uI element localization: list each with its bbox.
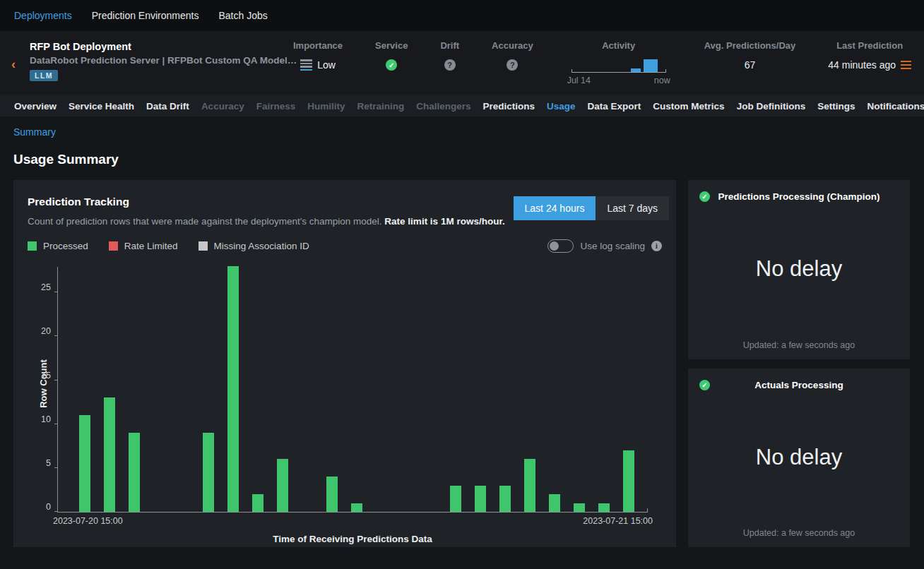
avg-predictions-value: 67 bbox=[745, 59, 756, 71]
chart-bar bbox=[623, 450, 634, 512]
time-range-buttons: Last 24 hoursLast 7 days bbox=[514, 196, 669, 220]
metric-service: Service ✓ bbox=[375, 40, 408, 84]
chart-bar bbox=[351, 503, 362, 512]
chart-plot-area: 2023-07-20 15:00 2023-07-21 15:00 051015… bbox=[57, 267, 648, 513]
legend-label: Rate Limited bbox=[124, 241, 178, 251]
chart-bar bbox=[129, 433, 140, 512]
tab-custom-metrics[interactable]: Custom Metrics bbox=[653, 101, 724, 112]
legend-swatch-icon bbox=[28, 241, 37, 251]
card-value: No delay bbox=[688, 445, 910, 470]
metric-activity: Activity Jul 14 now bbox=[566, 40, 672, 84]
metric-label: Drift bbox=[440, 40, 459, 52]
range-button-last-7-days[interactable]: Last 7 days bbox=[596, 196, 669, 220]
metric-label: Avg. Predictions/Day bbox=[704, 40, 796, 52]
chart-bar bbox=[277, 459, 288, 512]
metric-importance: Importance Low bbox=[293, 40, 343, 84]
page-title: Usage Summary bbox=[13, 152, 911, 167]
prediction-tracking-panel: Prediction Tracking Count of prediction … bbox=[13, 180, 676, 547]
chart-bar bbox=[549, 494, 560, 512]
activity-end-label: now bbox=[654, 76, 670, 85]
metric-label: Accuracy bbox=[492, 40, 533, 52]
log-scaling-control: Use log scaling i bbox=[547, 239, 662, 253]
chart-bar bbox=[450, 486, 461, 512]
metric-avg-predictions: Avg. Predictions/Day 67 bbox=[704, 40, 796, 84]
legend-item-processed: Processed bbox=[28, 241, 88, 251]
last-prediction-menu-icon[interactable] bbox=[901, 61, 911, 70]
accuracy-unknown-icon: ? bbox=[507, 59, 518, 71]
tab-data-export[interactable]: Data Export bbox=[588, 101, 641, 112]
x-axis-end-label: 2023-07-21 15:00 bbox=[583, 516, 653, 526]
info-icon[interactable]: i bbox=[651, 241, 662, 251]
chart-y-axis-title: Row Count bbox=[38, 359, 49, 408]
nav-item-prediction-environments[interactable]: Prediction Environments bbox=[92, 10, 199, 21]
tab-predictions[interactable]: Predictions bbox=[483, 101, 535, 112]
log-scaling-label: Use log scaling bbox=[580, 241, 645, 251]
back-chevron-icon[interactable]: ‹ bbox=[11, 58, 16, 71]
tab-usage[interactable]: Usage bbox=[547, 101, 576, 112]
tab-notifications[interactable]: Notifications bbox=[867, 101, 924, 112]
y-tick-mark bbox=[54, 467, 58, 468]
chart-bar bbox=[524, 459, 535, 512]
llm-badge: LLM bbox=[30, 70, 58, 81]
range-button-last-24-hours[interactable]: Last 24 hours bbox=[514, 196, 596, 220]
chart-bar bbox=[79, 415, 90, 512]
activity-sparkline: Jul 14 now bbox=[566, 54, 672, 84]
subtitle-text: Count of prediction rows that were made … bbox=[28, 216, 384, 227]
tab-fairness: Fairness bbox=[256, 101, 296, 112]
legend-swatch-icon bbox=[199, 241, 208, 251]
nav-item-deployments[interactable]: Deployments bbox=[14, 10, 72, 21]
breadcrumb-summary-link[interactable]: Summary bbox=[13, 116, 56, 138]
tab-job-definitions[interactable]: Job Definitions bbox=[737, 101, 806, 112]
status-cards-column: ✓ Predictions Processing (Champion) No d… bbox=[688, 180, 910, 547]
top-nav: DeploymentsPrediction EnvironmentsBatch … bbox=[0, 0, 924, 31]
tab-overview[interactable]: Overview bbox=[14, 101, 57, 112]
tab-settings[interactable]: Settings bbox=[817, 101, 855, 112]
y-tick-label: 10 bbox=[41, 414, 51, 424]
chart-bar bbox=[598, 503, 610, 512]
tab-service-health[interactable]: Service Health bbox=[69, 101, 134, 112]
importance-value: Low bbox=[317, 59, 336, 71]
legend-label: Missing Association ID bbox=[214, 241, 309, 251]
metric-last-prediction: Last Prediction 44 minutes ago bbox=[828, 40, 911, 84]
status-ok-icon: ✓ bbox=[699, 191, 710, 202]
nav-item-batch-jobs[interactable]: Batch Jobs bbox=[218, 10, 267, 21]
y-tick-label: 5 bbox=[46, 458, 51, 468]
tab-challengers: Challengers bbox=[416, 101, 470, 112]
metric-accuracy: Accuracy ? bbox=[492, 40, 533, 84]
chart-x-axis-title: Time of Receiving Predictions Data bbox=[57, 534, 648, 544]
tab-humility: Humility bbox=[307, 101, 345, 112]
y-tick-mark bbox=[54, 335, 58, 336]
card-updated-text: Updated: a few seconds ago bbox=[688, 528, 910, 538]
predictions-processing-card: ✓ Predictions Processing (Champion) No d… bbox=[688, 180, 910, 359]
y-tick-label: 0 bbox=[46, 502, 51, 512]
rate-limit-text: Rate limit is 1M rows/hour. bbox=[384, 216, 504, 227]
y-tick-label: 25 bbox=[41, 282, 51, 292]
legend-label: Processed bbox=[43, 241, 88, 251]
y-tick-mark bbox=[54, 380, 58, 381]
chart-bar bbox=[326, 477, 338, 512]
card-updated-text: Updated: a few seconds ago bbox=[688, 340, 910, 350]
service-ok-icon: ✓ bbox=[386, 59, 397, 71]
deployment-header: ‹ RFP Bot Deployment DataRobot Predictio… bbox=[0, 31, 924, 95]
legend-item-missing-association-id: Missing Association ID bbox=[199, 241, 309, 251]
chart-bar bbox=[499, 486, 511, 512]
log-scaling-toggle[interactable] bbox=[547, 239, 574, 253]
tab-data-drift[interactable]: Data Drift bbox=[146, 101, 189, 112]
last-prediction-value: 44 minutes ago bbox=[828, 59, 896, 71]
chart-bar bbox=[203, 433, 214, 512]
legend-swatch-icon bbox=[109, 241, 118, 251]
drift-unknown-icon: ? bbox=[444, 59, 456, 71]
y-tick-mark bbox=[54, 292, 58, 292]
importance-bars-icon bbox=[300, 59, 312, 71]
card-title: Actuals Processing bbox=[699, 380, 899, 390]
tab-accuracy: Accuracy bbox=[201, 101, 244, 112]
deployment-title: RFP Bot Deployment bbox=[30, 41, 297, 52]
y-tick-mark bbox=[54, 424, 58, 424]
x-axis-end-tick bbox=[647, 508, 648, 512]
metric-label: Importance bbox=[293, 40, 343, 52]
activity-sparkline-axis bbox=[571, 69, 666, 73]
metrics-row: Importance Low Service ✓ Drift ? Accurac… bbox=[293, 40, 911, 84]
legend-item-rate-limited: Rate Limited bbox=[109, 241, 178, 251]
y-tick-label: 15 bbox=[41, 371, 51, 381]
prediction-tracking-chart: Row Count 2023-07-20 15:00 2023-07-21 15… bbox=[28, 267, 662, 546]
